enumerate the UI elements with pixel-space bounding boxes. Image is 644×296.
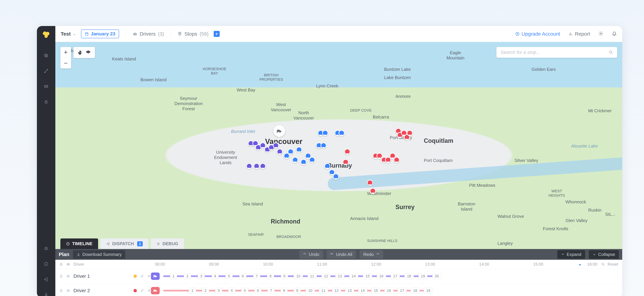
stop-node[interactable]: 3	[198, 273, 205, 279]
menu-icon[interactable]	[147, 274, 151, 278]
lock-icon[interactable]	[59, 262, 63, 266]
nav-mail-icon[interactable]	[43, 84, 49, 89]
pin[interactable]	[344, 149, 350, 155]
stop-node[interactable]: 2	[184, 273, 191, 279]
pin[interactable]	[343, 159, 349, 165]
stop-node[interactable]: 15	[363, 273, 372, 279]
stop-node[interactable]: 9	[281, 273, 288, 279]
add-button[interactable]: +	[214, 31, 220, 37]
nav-user-icon[interactable]	[43, 292, 49, 296]
stop-node[interactable]: 1	[170, 273, 177, 279]
pin[interactable]	[309, 157, 315, 163]
nav-lock-icon[interactable]	[43, 99, 49, 105]
stop-node[interactable]: 19	[418, 273, 428, 279]
undo-button[interactable]: Undo	[299, 250, 323, 259]
stop-node[interactable]: 5	[226, 273, 232, 279]
stop-node[interactable]: 13	[345, 288, 354, 293]
stop-node[interactable]: 18	[404, 273, 414, 279]
stop-node[interactable]: 4	[212, 273, 219, 279]
tab-debug[interactable]: DEBUG	[151, 238, 184, 249]
pin[interactable]	[292, 157, 298, 163]
stop-node[interactable]: 18	[410, 288, 420, 293]
stop-node[interactable]: 10	[294, 273, 303, 279]
pin[interactable]	[260, 163, 266, 169]
eye-icon[interactable]	[66, 289, 70, 292]
lasso-tool[interactable]	[84, 49, 92, 56]
pin[interactable]	[246, 163, 252, 169]
expand-button[interactable]: Expand	[557, 250, 585, 259]
nav-route-icon[interactable]	[43, 68, 49, 74]
truck-marker[interactable]	[273, 125, 285, 137]
pin[interactable]	[254, 163, 260, 169]
upgrade-link[interactable]: Upgrade Account	[515, 31, 560, 37]
download-summary-button[interactable]: Download Summary	[73, 250, 125, 259]
stop-node[interactable]: 19	[424, 288, 433, 293]
zoom-timeline-icon[interactable]	[601, 262, 605, 266]
pin[interactable]	[385, 157, 391, 163]
nav-copy-icon[interactable]	[43, 53, 49, 58]
pin[interactable]	[338, 130, 345, 136]
driver-lane[interactable]: 1234567891011121314151617181920	[151, 269, 622, 283]
stop-node[interactable]: 4	[228, 288, 235, 293]
bell-button[interactable]	[612, 31, 617, 37]
drivers-segment[interactable]: Drivers (3)	[133, 31, 164, 37]
stop-node[interactable]: 7	[268, 288, 274, 293]
zoom-out-button[interactable]: −	[60, 58, 71, 69]
reset-link[interactable]: Reset	[608, 262, 618, 267]
stop-node[interactable]: 13	[335, 273, 344, 279]
search-input[interactable]	[500, 50, 609, 55]
pin[interactable]	[367, 180, 373, 186]
pin[interactable]	[320, 142, 326, 149]
redo-button[interactable]: Redo	[360, 250, 383, 259]
stop-node[interactable]: 14	[349, 273, 358, 279]
driver-lane[interactable]: 12345678910111213141516171819	[151, 283, 622, 296]
tab-dispatch[interactable]: DISPATCH 1	[100, 238, 148, 249]
settings-button[interactable]	[598, 31, 604, 37]
nav-exit-icon[interactable]	[43, 276, 49, 282]
stop-node[interactable]: 2	[202, 288, 209, 293]
pin[interactable]	[324, 163, 330, 169]
zoom-in-button[interactable]: +	[60, 47, 71, 58]
pin[interactable]	[296, 147, 302, 153]
collapse-button[interactable]: Collapse	[589, 250, 619, 259]
link-icon[interactable]	[140, 289, 144, 292]
stop-node[interactable]: 11	[308, 273, 317, 279]
pin[interactable]	[333, 173, 339, 180]
pin[interactable]	[300, 159, 306, 165]
search-box[interactable]	[496, 47, 617, 58]
stop-node[interactable]: 12	[332, 288, 341, 293]
stop-node[interactable]: 8	[280, 288, 288, 293]
stop-node[interactable]: 3	[215, 288, 222, 293]
stop-node[interactable]: 8	[267, 273, 274, 279]
lock-icon[interactable]	[59, 289, 63, 292]
pin[interactable]	[322, 130, 328, 136]
stop-node[interactable]: 16	[384, 288, 394, 293]
pin[interactable]	[273, 142, 279, 149]
link-icon[interactable]	[140, 274, 144, 278]
stop-node[interactable]: 1	[189, 288, 196, 293]
tab-timeline[interactable]: TIMELINE	[60, 238, 98, 249]
stop-node[interactable]: 7	[253, 273, 260, 279]
plan-selector[interactable]: Test ⌄	[61, 31, 76, 37]
eye-icon[interactable]	[66, 262, 70, 266]
truck-chip[interactable]	[151, 272, 160, 280]
stop-node[interactable]: 16	[377, 273, 386, 279]
nav-info-icon[interactable]	[43, 261, 49, 267]
date-picker[interactable]: January 23	[81, 30, 119, 38]
pin[interactable]	[370, 188, 376, 194]
stop-node[interactable]: 11	[319, 288, 328, 293]
stop-node[interactable]: 6	[254, 288, 262, 293]
stops-segment[interactable]: Stops (59)	[178, 31, 208, 37]
menu-icon[interactable]	[147, 289, 151, 292]
lock-icon[interactable]	[59, 274, 63, 278]
map-area[interactable]: Gibsons Keats Island Bowen Island Seymou…	[55, 42, 622, 249]
truck-chip[interactable]	[151, 287, 160, 294]
stop-node[interactable]: 20	[432, 273, 441, 279]
pin[interactable]	[394, 157, 400, 163]
stop-node[interactable]: 10	[306, 288, 315, 293]
stop-node[interactable]: 12	[321, 273, 330, 279]
pan-tool[interactable]	[76, 49, 84, 56]
stop-node[interactable]: 17	[390, 273, 400, 279]
app-logo[interactable]	[42, 31, 50, 39]
report-link[interactable]: Report	[568, 31, 590, 37]
